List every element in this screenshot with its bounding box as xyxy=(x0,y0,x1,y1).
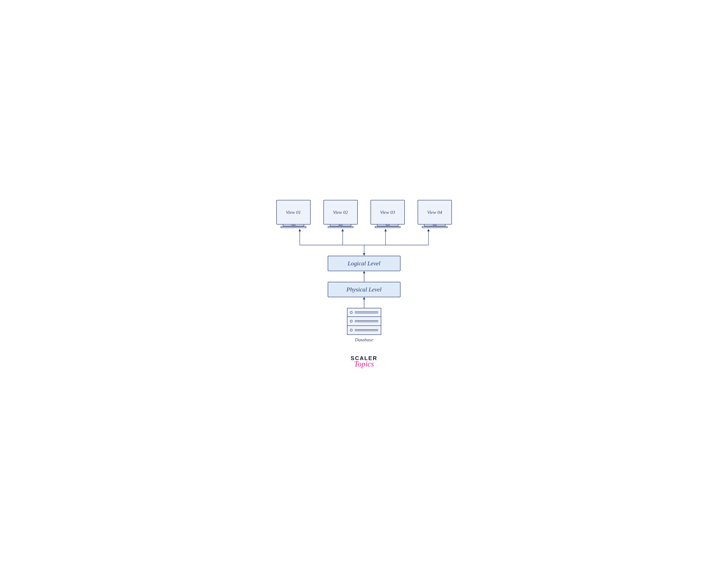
monitor-stand-1 xyxy=(283,224,304,226)
svg-marker-10 xyxy=(363,253,365,256)
database-server: Database xyxy=(347,308,381,343)
monitor-label-3: View 03 xyxy=(380,210,395,215)
brand-topics-text: Topics xyxy=(354,360,374,368)
monitor-view04: View 04 xyxy=(418,200,452,228)
branding: SCALER Topics xyxy=(351,355,377,368)
db-disk-2 xyxy=(347,317,381,326)
monitor-screen-3: View 03 xyxy=(370,200,405,224)
db-disk-line-2b xyxy=(355,321,378,322)
monitor-view01: View 01 xyxy=(276,200,311,228)
db-disk-lines-1 xyxy=(355,311,378,313)
database-label: Database xyxy=(355,337,373,343)
main-layout: View 01 View 02 View 03 xyxy=(276,200,452,368)
diagram-container: View 01 View 02 View 03 xyxy=(268,187,461,385)
monitor-view02: View 02 xyxy=(323,200,358,228)
monitor-stand-2 xyxy=(330,224,351,226)
db-disk-circle-3 xyxy=(350,329,353,332)
logical-level-box: Logical Level xyxy=(328,256,401,271)
db-disk-line-2a xyxy=(355,320,378,321)
db-disk-line-3b xyxy=(355,331,378,331)
db-disk-line-1a xyxy=(355,311,378,312)
monitors-row: View 01 View 02 View 03 xyxy=(276,200,452,228)
db-disk-lines-3 xyxy=(355,329,378,331)
monitor-base-4 xyxy=(422,226,447,228)
db-disk-line-1b xyxy=(355,313,378,313)
db-disk-1 xyxy=(347,308,381,317)
svg-marker-3 xyxy=(342,229,344,231)
monitor-base-1 xyxy=(281,226,306,228)
connections-svg-area xyxy=(276,228,452,256)
svg-marker-5 xyxy=(384,229,386,231)
monitor-screen-1: View 01 xyxy=(276,200,311,224)
monitor-stand-3 xyxy=(377,224,399,226)
monitor-stand-4 xyxy=(424,224,445,226)
monitor-label-2: View 02 xyxy=(333,210,348,215)
monitor-base-2 xyxy=(328,226,353,228)
monitor-screen-2: View 02 xyxy=(323,200,358,224)
monitor-view03: View 03 xyxy=(370,200,405,228)
db-disk-circle-1 xyxy=(350,311,353,314)
physical-level-box: Physical Level xyxy=(328,282,401,297)
arrow-head-up-2 xyxy=(363,297,365,299)
monitor-base-3 xyxy=(375,226,401,228)
monitor-screen-4: View 04 xyxy=(418,200,452,224)
levels-section: Logical Level Physical Level xyxy=(328,256,401,343)
logical-to-physical-arrow xyxy=(364,271,364,282)
physical-to-db-arrow xyxy=(364,297,364,308)
db-disk-line-3a xyxy=(355,329,378,330)
logical-level-label: Logical Level xyxy=(348,260,380,267)
svg-marker-1 xyxy=(298,229,301,231)
monitor-label-1: View 01 xyxy=(286,210,301,215)
db-disk-circle-2 xyxy=(350,320,353,323)
monitor-label-4: View 04 xyxy=(427,210,442,215)
arrow-head-up-1 xyxy=(363,271,365,273)
svg-marker-7 xyxy=(427,229,430,231)
db-disk-lines-2 xyxy=(355,320,378,322)
db-disk-3 xyxy=(347,326,381,335)
connection-lines xyxy=(276,228,452,256)
physical-level-label: Physical Level xyxy=(346,286,381,293)
